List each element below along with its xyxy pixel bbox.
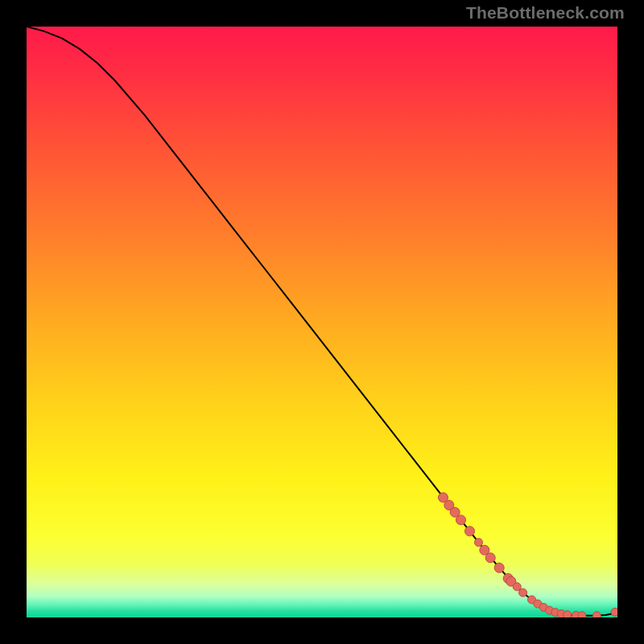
data-marker xyxy=(456,515,465,525)
data-marker xyxy=(485,553,495,563)
data-marker xyxy=(592,612,601,617)
chart-frame: TheBottleneck.com xyxy=(0,0,644,644)
heat-background xyxy=(27,27,617,617)
data-marker xyxy=(519,588,527,597)
data-marker xyxy=(564,611,572,617)
bottleneck-chart xyxy=(27,27,617,617)
data-marker xyxy=(465,526,475,536)
watermark-label: TheBottleneck.com xyxy=(466,3,625,23)
data-marker xyxy=(494,563,504,572)
data-marker xyxy=(475,539,483,547)
data-marker xyxy=(611,608,617,616)
data-marker xyxy=(578,612,586,617)
